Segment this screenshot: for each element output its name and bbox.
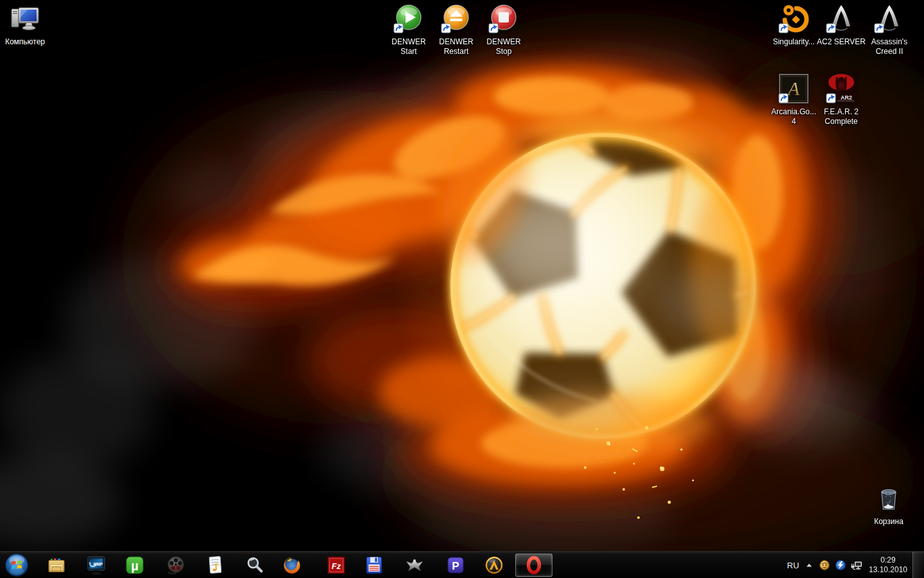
taskbar-item-explorer[interactable] <box>46 555 67 575</box>
desktop-icon-denwer-stop[interactable]: DENWER Stop <box>479 3 529 57</box>
opera-icon <box>524 555 544 575</box>
gold-face-messenger-tray-icon[interactable] <box>819 559 830 571</box>
taskbar-item-playlist[interactable] <box>205 555 225 575</box>
taskbar-item-filezilla[interactable]: Fz <box>326 555 346 575</box>
desktop-icon-label: Arcania.Go... 4 <box>771 107 816 127</box>
desktop-icon-recycle-bin[interactable]: Корзина <box>864 483 914 527</box>
folder-icon <box>46 555 67 575</box>
playlist-document-icon <box>205 555 225 575</box>
denwer-start-icon <box>393 3 424 34</box>
taskbar-item-search[interactable] <box>244 555 265 575</box>
assassins-creed-insignia-icon <box>874 3 905 34</box>
utorrent-icon: µ <box>124 555 145 575</box>
kmplayer-icon: KMP <box>86 555 107 575</box>
fear2-logo-text: AR2 <box>841 94 852 101</box>
desktop-icon-denwer-start[interactable]: DENWER Start <box>384 3 434 57</box>
arcania-icon: A <box>778 73 809 104</box>
desktop-icon-fear2[interactable]: AR2 F.E.A.R. 2 Complete <box>816 73 866 127</box>
taskbar-item-floppy-app[interactable] <box>364 555 384 575</box>
daemon-tools-lightning-tray-icon[interactable] <box>835 559 846 571</box>
desktop-icon-arcania[interactable]: A Arcania.Go... 4 <box>769 73 819 127</box>
filezilla-icon: Fz <box>326 555 346 575</box>
shortcut-arrow-badge <box>394 24 403 33</box>
p-letter-icon: P <box>445 555 466 575</box>
desktop-icon-singularity[interactable]: Singularity... <box>769 3 819 47</box>
desktop-icon-assassins-creed-2[interactable]: Assassin's Creed II <box>864 3 914 57</box>
arcania-letter: A <box>787 78 800 99</box>
floppy-disk-icon <box>364 555 384 575</box>
filezilla-text: Fz <box>332 561 341 571</box>
desktop-icon-label: DENWER Start <box>391 37 425 57</box>
show-desktop-button[interactable] <box>912 552 924 578</box>
search-icon <box>244 555 265 575</box>
p-app-letter: P <box>452 560 459 572</box>
shortcut-arrow-badge <box>489 24 498 33</box>
start-button[interactable] <box>4 553 29 577</box>
kmplayer-text: KMP <box>94 562 103 566</box>
film-reel-icon <box>166 555 186 575</box>
desktop-icon-label: Singularity... <box>773 37 814 47</box>
desktop-icon-denwer-restart[interactable]: DENWER Restart <box>431 3 481 57</box>
shortcut-arrow-badge <box>826 94 835 103</box>
singularity-icon <box>778 3 809 34</box>
taskbar-item-video-player[interactable] <box>166 555 186 575</box>
taskbar-item-firefox[interactable] <box>282 555 302 575</box>
computer-icon <box>10 3 40 34</box>
desktop-icon-label: Корзина <box>874 517 903 527</box>
clock-date: 13.10.2010 <box>866 565 910 575</box>
recycle-bin-icon <box>873 483 904 514</box>
shortcut-arrow-badge <box>441 24 450 33</box>
taskbar: KMP µ <box>0 551 924 578</box>
taskbar-item-kmplayer[interactable]: KMP <box>86 555 107 575</box>
fear2-icon: AR2 <box>826 73 857 104</box>
shortcut-arrow-badge <box>779 94 788 103</box>
desktop-icon-ac2-server[interactable]: AC2 SERVER <box>816 3 866 47</box>
desktop-icon-label: Assassin's Creed II <box>871 37 907 57</box>
taskbar-item-p-app[interactable]: P <box>445 555 466 575</box>
taskbar-item-aimp[interactable] <box>484 555 504 575</box>
desktop-icon-label: DENWER Restart <box>439 37 473 57</box>
network-tray-icon[interactable] <box>850 559 863 571</box>
firefox-icon <box>282 555 302 575</box>
chevron-up-icon <box>806 563 812 568</box>
taskbar-item-opera-active[interactable] <box>515 554 552 577</box>
show-hidden-icons-arrow[interactable] <box>803 552 815 578</box>
clock-time: 0:29 <box>866 556 910 565</box>
language-indicator[interactable]: RU <box>783 552 803 578</box>
desktop-icon-computer[interactable]: Компьютер <box>0 3 50 47</box>
denwer-stop-icon <box>488 3 519 34</box>
clock[interactable]: 0:29 13.10.2010 <box>866 556 910 575</box>
desktop: Компьютер DENWER Start <box>0 0 924 578</box>
eagle-emblem-icon <box>404 555 425 575</box>
taskbar-item-eagle-game[interactable] <box>404 555 425 575</box>
desktop-icon-label: F.E.A.R. 2 Complete <box>824 107 859 127</box>
desktop-icon-label: Компьютер <box>5 37 45 47</box>
shortcut-arrow-badge <box>826 24 835 33</box>
desktop-icon-label: DENWER Stop <box>486 37 520 57</box>
denwer-restart-icon <box>441 3 472 34</box>
taskbar-item-utorrent[interactable]: µ <box>124 555 145 575</box>
utorrent-letter: µ <box>131 559 139 573</box>
aimp-icon <box>484 555 504 575</box>
shortcut-arrow-badge <box>875 24 884 33</box>
shortcut-arrow-badge <box>779 24 788 33</box>
assassins-creed-insignia-icon <box>826 3 857 34</box>
desktop-icon-label: AC2 SERVER <box>817 37 866 47</box>
